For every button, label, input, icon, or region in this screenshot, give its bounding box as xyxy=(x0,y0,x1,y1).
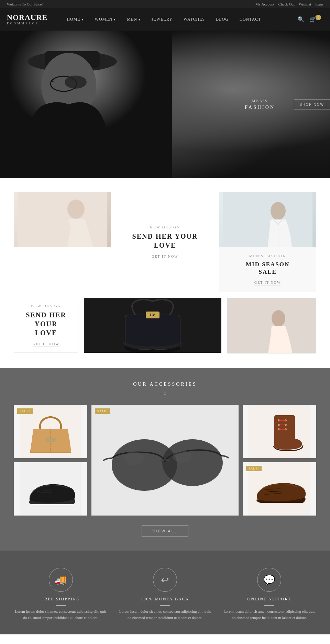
sunglasses-image xyxy=(91,405,239,516)
bag-img-svg: LV xyxy=(84,298,221,353)
shipping-text: Lorem ipsum dolor sit amet, consectetur … xyxy=(14,609,108,621)
men-sale-box: MEN'S FASHION MID SEASONSALE GET IT NOW xyxy=(219,247,316,292)
hero-text-block: MEN'S FASHION xyxy=(245,99,275,110)
accessories-section: OUR ACCESSORIES —○— Sale! xyxy=(0,368,330,551)
logo-main: NORAURE xyxy=(7,13,47,22)
svg-rect-29 xyxy=(274,415,295,441)
women2-img-svg xyxy=(227,298,316,353)
feature-right-col: MEN'S FASHION MID SEASONSALE GET IT NOW xyxy=(219,192,316,292)
svg-rect-10 xyxy=(223,192,312,247)
feature-bottom-link[interactable]: GET IT NOW xyxy=(33,342,59,347)
service-shipping: 🚚 FREE SHIPPING Lorem ipsum dolor sit am… xyxy=(14,568,108,621)
men-link[interactable]: GET IT NOW xyxy=(254,281,281,285)
svg-point-19 xyxy=(272,310,285,327)
logo-sub: ECOMMERCE xyxy=(7,22,47,25)
women-img-svg xyxy=(18,192,107,247)
handbag-item[interactable]: Sale! xyxy=(14,405,87,458)
men-heading: MID SEASONSALE xyxy=(246,261,289,276)
nav-icons: 🔍 🛒 0 xyxy=(298,16,323,23)
top-bar: Welcome To Our Store! My Account Check O… xyxy=(0,0,330,8)
services-grid: 🚚 FREE SHIPPING Lorem ipsum dolor sit am… xyxy=(14,568,316,621)
svg-rect-14 xyxy=(125,315,180,349)
nav-men[interactable]: MEN ▾ xyxy=(121,8,146,31)
site-logo[interactable]: NORAURE ECOMMERCE xyxy=(7,13,47,25)
chevron-down-icon: ▾ xyxy=(82,18,84,21)
dress-shoes-item[interactable] xyxy=(14,462,87,516)
cart-badge: 0 xyxy=(316,15,321,20)
wishlist-link[interactable]: Wishlist xyxy=(299,2,311,6)
men-tag: MEN'S FASHION xyxy=(249,254,286,258)
svg-rect-9 xyxy=(18,192,107,247)
accessories-right-col: Sale! xyxy=(243,405,316,516)
hero-section: MEN'S FASHION SHOP NOW xyxy=(0,31,330,178)
nav-women[interactable]: WOMEN ▾ xyxy=(89,8,122,31)
nav-watches[interactable]: WATCHES xyxy=(178,8,210,31)
feature-top-link[interactable]: GET IT NOW xyxy=(152,255,178,259)
oxford-item[interactable]: Sale! xyxy=(243,462,316,516)
feature-center-top: NEW DESIGN SEND HER YOURLOVE GET IT NOW xyxy=(117,192,214,292)
svg-point-11 xyxy=(271,202,286,220)
feature-bottom-left: NEW DESIGN SEND HER YOURLOVE GET IT NOW xyxy=(14,298,78,353)
svg-point-25 xyxy=(162,439,223,486)
hero-image xyxy=(0,31,330,178)
svg-point-5 xyxy=(65,76,87,89)
hero-subtitle: MEN'S xyxy=(245,99,275,103)
bag-image: LV xyxy=(84,298,221,353)
feature-section: NEW DESIGN SEND HER YOURLOVE GET IT NOW … xyxy=(0,178,330,368)
feature-bottom-row: NEW DESIGN SEND HER YOURLOVE GET IT NOW … xyxy=(14,298,316,354)
feature-top-tag: NEW DESIGN xyxy=(150,225,180,229)
feature-top-row: NEW DESIGN SEND HER YOURLOVE GET IT NOW … xyxy=(14,192,316,292)
money-back-title: 100% MONEY BACK xyxy=(118,597,212,602)
svg-point-27 xyxy=(173,450,192,463)
nav-home[interactable]: HOME ▾ xyxy=(61,8,89,31)
cart-icon: 🛒 xyxy=(309,16,316,22)
oxford-sale-badge: Sale! xyxy=(246,466,262,471)
svg-rect-21 xyxy=(45,438,56,442)
search-icon[interactable]: 🔍 xyxy=(298,16,305,23)
service-support: 💬 ONLINE SUPPORT Lorem ipsum dolor sit a… xyxy=(222,568,316,621)
svg-point-26 xyxy=(124,451,144,465)
boot-item[interactable] xyxy=(243,405,316,458)
handbag-sale-badge: Sale! xyxy=(17,408,33,414)
shipping-title: FREE SHIPPING xyxy=(14,597,108,602)
sunglasses-item[interactable]: Sale! xyxy=(91,405,239,516)
svg-text:LV: LV xyxy=(150,313,155,317)
nav-links: HOME ▾ WOMEN ▾ MEN ▾ JEWELRY WATCHES BLO… xyxy=(61,8,298,31)
boot-svg xyxy=(249,405,310,458)
main-nav: NORAURE ECOMMERCE HOME ▾ WOMEN ▾ MEN ▾ J… xyxy=(0,8,330,31)
top-bar-links: My Account Check Out Wishlist login xyxy=(255,2,323,6)
feature-bottom-heading: SEND HER YOURLOVE xyxy=(21,310,71,337)
money-back-divider xyxy=(160,605,170,606)
feature-top-heading: SEND HER YOURLOVE xyxy=(132,232,198,250)
view-all-button[interactable]: VIEW ALL xyxy=(142,525,188,537)
men-img-svg xyxy=(223,192,312,247)
service-money-back: ↩ 100% MONEY BACK Lorem ipsum dolor sit … xyxy=(118,568,212,621)
section-divider: —○— xyxy=(14,391,316,397)
hero-figure-svg xyxy=(0,31,172,178)
login-link[interactable]: login xyxy=(315,2,323,6)
feature-bottom-right-placeholder xyxy=(227,298,316,354)
men-image xyxy=(219,192,316,247)
checkout-link[interactable]: Check Out xyxy=(278,2,295,6)
cart-icon-wrap[interactable]: 🛒 0 xyxy=(309,16,323,23)
support-divider xyxy=(264,605,274,606)
accessories-grid: Sale! xyxy=(14,405,316,516)
chevron-down-icon: ▾ xyxy=(139,18,141,21)
dress-shoes-svg xyxy=(20,462,81,516)
shipping-divider xyxy=(56,605,66,606)
welcome-text: Welcome To Our Store! xyxy=(7,2,43,6)
my-account-link[interactable]: My Account xyxy=(255,2,274,6)
view-all-wrap: VIEW ALL xyxy=(14,525,316,537)
support-title: ONLINE SUPPORT xyxy=(222,597,316,602)
nav-jewelry[interactable]: JEWELRY xyxy=(146,8,178,31)
sunglasses-sale-badge: Sale! xyxy=(95,408,110,414)
boot-image xyxy=(243,405,316,458)
nav-blog[interactable]: BLOG xyxy=(210,8,234,31)
feature-bottom-tag: NEW DESIGN xyxy=(31,304,61,308)
shop-now-button[interactable]: SHOP NOW xyxy=(294,100,330,110)
accessories-title: OUR ACCESSORIES xyxy=(14,382,316,387)
accessories-left-col: Sale! xyxy=(14,405,87,516)
nav-contact[interactable]: CONTACT xyxy=(234,8,267,31)
money-back-icon: ↩ xyxy=(153,568,177,592)
chevron-down-icon: ▾ xyxy=(114,18,116,21)
